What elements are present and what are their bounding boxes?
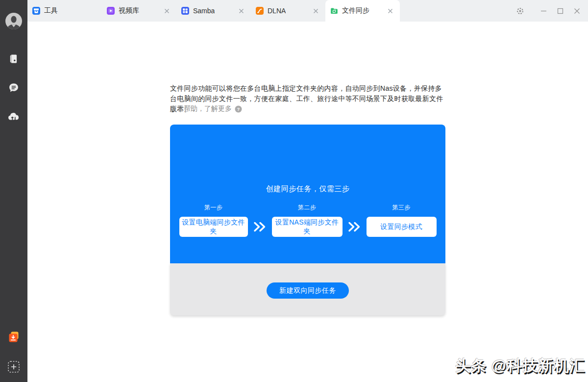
step-1-label: 第一步 (204, 204, 223, 212)
action-panel: 新建双向同步任务 (170, 263, 445, 315)
cloud-transfer-icon (7, 111, 20, 123)
tab-label: 工具 (44, 6, 58, 15)
tab-label: DLNA (268, 7, 286, 15)
step-3: 第三步 设置同步模式 (367, 204, 437, 237)
tab-bar: 工具 视频库 Samba DLNA (27, 0, 588, 22)
toutiao-watermark: 头条 @科技新机汇 (455, 356, 585, 376)
download-manager-icon (8, 331, 20, 343)
message-feedback-icon (8, 82, 20, 94)
settings-gear-icon[interactable] (515, 6, 524, 15)
tab-label: 文件同步 (342, 6, 369, 15)
svg-text:?: ? (237, 106, 240, 111)
tab-tools[interactable]: 工具 (27, 0, 102, 22)
hero-title: 创建同步任务，仅需三步 (170, 125, 445, 194)
tab-close-icon[interactable] (387, 7, 394, 15)
double-chevron-icon (253, 222, 267, 232)
sidebar-item-nas-device[interactable] (0, 53, 27, 65)
tab-close-icon[interactable] (312, 7, 319, 15)
sidebar-item-add-device[interactable] (0, 360, 27, 373)
sidebar-item-cloud-transfer[interactable] (0, 111, 27, 123)
question-mark-icon[interactable]: ? (235, 105, 242, 113)
sidebar-item-download-manager[interactable] (0, 331, 27, 343)
step-3-label: 第三步 (392, 204, 411, 212)
sync-hero-panel: 创建同步任务，仅需三步 第一步 设置电脑端同步文件夹 第二步 设置NAS端同步文… (170, 125, 445, 263)
avatar-icon (5, 13, 22, 29)
tab-samba[interactable]: Samba (176, 0, 251, 22)
tab-label: 视频库 (119, 6, 139, 15)
create-two-way-sync-task-button[interactable]: 新建双向同步任务 (267, 282, 349, 299)
sync-folder-icon (330, 7, 338, 15)
tab-file-sync[interactable]: 文件同步 (325, 0, 400, 22)
help-link-text: 查看帮助，了解更多 (170, 104, 232, 113)
step-2-label: 第二步 (298, 204, 317, 212)
video-library-icon (107, 7, 115, 15)
steps-row: 第一步 设置电脑端同步文件夹 第二步 设置NAS端同步文件夹 第三步 设置同步模… (170, 204, 445, 237)
set-nas-sync-folder-button[interactable]: 设置NAS端同步文件夹 (272, 217, 343, 237)
minimize-icon[interactable] (539, 6, 548, 15)
close-icon[interactable] (572, 6, 581, 15)
user-avatar[interactable] (0, 13, 27, 29)
double-chevron-icon (348, 222, 361, 232)
maximize-icon[interactable] (556, 6, 564, 15)
help-link[interactable]: 查看帮助，了解更多 ? (170, 104, 242, 113)
store-icon (32, 7, 40, 15)
sidebar (0, 0, 27, 382)
add-device-icon (7, 360, 20, 373)
tab-video-library[interactable]: 视频库 (102, 0, 176, 22)
samba-icon (181, 7, 189, 15)
dlna-icon (256, 7, 264, 15)
tab-label: Samba (193, 7, 215, 15)
tab-close-icon[interactable] (163, 7, 171, 15)
sidebar-item-messages[interactable] (0, 82, 27, 94)
window-controls (515, 0, 588, 22)
step-2: 第二步 设置NAS端同步文件夹 (272, 204, 343, 237)
tab-close-icon[interactable] (238, 7, 245, 15)
step-1: 第一步 设置电脑端同步文件夹 (179, 204, 248, 237)
set-sync-mode-button[interactable]: 设置同步模式 (367, 217, 437, 237)
nas-device-icon (8, 53, 20, 65)
set-pc-sync-folder-button[interactable]: 设置电脑端同步文件夹 (179, 217, 248, 237)
tab-dlna[interactable]: DLNA (251, 0, 325, 22)
